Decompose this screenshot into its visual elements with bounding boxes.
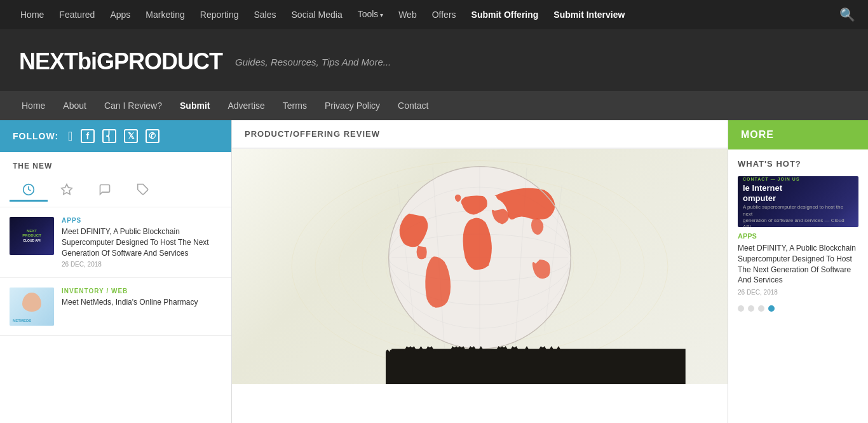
thumb2-label: NETMEDS [13,319,51,322]
more-header: MORE [728,120,868,149]
dot-2[interactable] [748,305,754,312]
article-thumb-1: NEXTPRODUCTCLOUD API [10,217,54,255]
hot-image-inner: NEXT TECHNOLOGY — TEAM — CONTACT — JOIN … [738,176,858,227]
article-tag-2: INVENTORY / WEB [62,288,222,295]
dot-1[interactable] [738,305,744,312]
sec-nav-contact[interactable]: Contact [389,91,437,120]
middle-content: PRODUCT/OFFERING REVIEW [232,120,728,423]
hot-title[interactable]: Meet DFINITY, A Public Blockchain Superc… [738,243,858,286]
hot-date: 26 DEC, 2018 [738,289,858,296]
svg-marker-1 [62,184,72,194]
search-icon[interactable]: 🔍 [839,8,855,22]
article-thumb-2: NETMEDS [10,288,54,326]
whats-hot-title: WHAT'S HOT? [738,159,858,169]
right-sidebar: MORE WHAT'S HOT? NEXT TECHNOLOGY — TEAM … [728,120,868,423]
site-logo: NEXTbiGPRODUCT [19,48,222,75]
site-header: NEXTbiGPRODUCT Guides, Resources, Tips A… [0,29,868,91]
top-nav-sales[interactable]: Sales [247,0,284,29]
sec-nav-home[interactable]: Home [13,91,54,120]
thumb-label: NEXTPRODUCTCLOUD API [20,226,44,246]
article-title-1[interactable]: Meet DFINITY, A Public Blockchain Superc… [62,226,222,258]
phone-icon[interactable]: ✆ [146,129,159,143]
main-layout: FOLLOW:  f ⎨ 𝕏 ✆ THE NEW [0,120,868,423]
thumb2-face [22,293,41,312]
article-info-1: APPS Meet DFINITY, A Public Blockchain S… [62,217,222,268]
article-tag-1: APPS [62,217,222,224]
sec-nav-terms[interactable]: Terms [274,91,316,120]
hot-img-label-sub: A public supercomputer designed to host … [743,204,853,227]
tab-starred[interactable] [48,179,86,202]
top-nav-submit-interview[interactable]: Submit Interview [546,0,632,29]
top-nav-web[interactable]: Web [391,0,424,29]
sec-nav-privacy-policy[interactable]: Privacy Policy [316,91,389,120]
top-nav: Home Featured Apps Marketing Reporting S… [0,0,868,29]
top-nav-social-media[interactable]: Social Media [284,0,350,29]
sec-nav-about[interactable]: About [54,91,95,120]
top-nav-tools[interactable]: Tools [350,0,391,30]
the-new-header: THE NEW [0,152,231,174]
globe-svg [232,149,728,384]
hot-img-label-top: NEXT TECHNOLOGY — TEAM — CONTACT — JOIN … [743,176,853,181]
top-nav-offers[interactable]: Offers [424,0,464,29]
follow-bar: FOLLOW:  f ⎨ 𝕏 ✆ [0,120,231,152]
site-tagline: Guides, Resources, Tips And More... [235,57,391,67]
article-item-2: NETMEDS INVENTORY / WEB Meet NetMeds, In… [0,278,231,336]
top-nav-reporting[interactable]: Reporting [193,0,247,29]
dot-3[interactable] [758,305,764,312]
article-title-2[interactable]: Meet NetMeds, India's Online Pharmacy [62,297,222,308]
tab-recent[interactable] [10,179,48,202]
whats-hot-section: WHAT'S HOT? NEXT TECHNOLOGY — TEAM — CON… [728,149,868,321]
dot-4-active[interactable] [768,305,775,312]
section-header: PRODUCT/OFFERING REVIEW [232,120,728,149]
article-info-2: INVENTORY / WEB Meet NetMeds, India's On… [62,288,222,326]
product-image-area [232,149,728,384]
top-nav-marketing[interactable]: Marketing [138,0,192,29]
sec-nav-submit[interactable]: Submit [171,91,219,120]
top-nav-featured[interactable]: Featured [51,0,102,29]
sec-nav-advertise[interactable]: Advertise [219,91,273,120]
article-item: NEXTPRODUCTCLOUD API APPS Meet DFINITY, … [0,207,231,278]
tab-icons [0,174,231,207]
secondary-nav: Home About Can I Review? Submit Advertis… [0,91,868,120]
top-nav-apps[interactable]: Apps [102,0,138,29]
facebook-icon-fb[interactable]: f [81,129,95,143]
twitter-icon[interactable]: 𝕏 [124,129,138,143]
follow-label: FOLLOW: [13,131,58,141]
hot-img-label-main: le Internetomputer [743,183,782,203]
facebook-icon[interactable]:  [68,129,73,144]
sec-nav-can-i-review[interactable]: Can I Review? [95,91,171,120]
left-sidebar: FOLLOW:  f ⎨ 𝕏 ✆ THE NEW [0,120,232,423]
thumb2-inner: NETMEDS [10,288,54,326]
top-nav-home[interactable]: Home [13,0,51,29]
follow-icons:  f ⎨ 𝕏 ✆ [68,129,159,144]
rss-icon[interactable]: ⎨ [102,129,116,143]
tab-comments[interactable] [86,179,124,202]
pagination-dots [738,305,858,312]
hot-apps-tag: APPS [738,232,858,240]
tab-tags[interactable] [124,179,162,202]
hot-image: NEXT TECHNOLOGY — TEAM — CONTACT — JOIN … [738,176,858,227]
search-icon-wrapper[interactable]: 🔍 [839,7,855,22]
top-nav-submit-offering[interactable]: Submit Offering [464,0,546,29]
article-date-1: 26 DEC, 2018 [62,261,222,268]
